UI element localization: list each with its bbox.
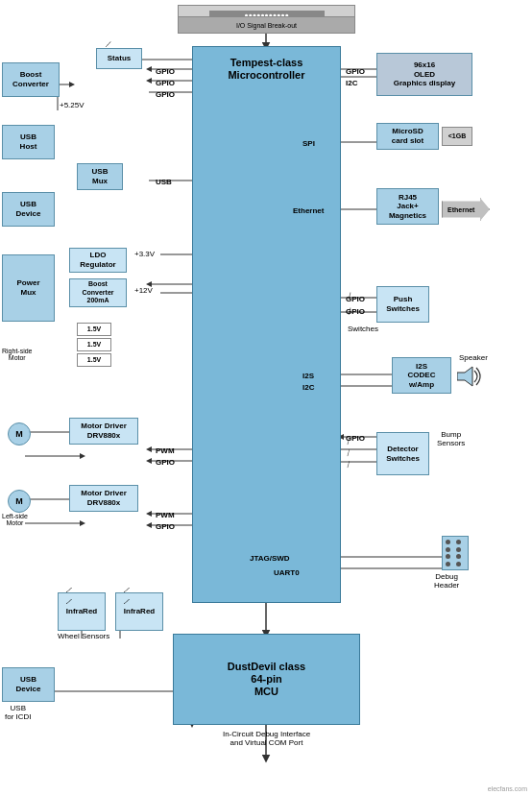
gpio2-label: GPIO [156, 79, 175, 87]
dustdevil-mcu-block: DustDevil class64-pinMCU [173, 634, 360, 725]
right-motor-label: Right-sideMotor [2, 348, 33, 361]
v525-label: +5.25V [60, 101, 85, 109]
gpio-m1-label: GPIO [156, 458, 175, 467]
wheel-sensors-label: Wheel Sensors [58, 632, 109, 640]
bump-sensors-label: BumpSensors [437, 430, 465, 447]
oled-block: 96x16OLEDGraphics display [376, 53, 472, 96]
rj45-block: RJ45Jack+Magnetics [376, 188, 439, 225]
debug-header-block [442, 536, 469, 570]
detector-switches-block: DetectorSwitches [376, 432, 429, 475]
v2-block: 1.5V [77, 338, 111, 351]
speaker-icon [457, 365, 484, 390]
microsd-block: MicroSDcard slot [376, 123, 439, 150]
infrared1-icon: ⟋⟋ [63, 584, 74, 607]
boost-200ma-block: BoostConverter200mA [69, 278, 127, 307]
boost-converter-top-block: BoostConverter [2, 62, 60, 97]
debug-header-label: DebugHeader [434, 572, 459, 590]
usb-mux-block: USBMux [77, 163, 123, 190]
ethernet-label: Ethernet [293, 206, 324, 215]
watermark: elecfans.com [488, 785, 527, 792]
usb-icdi-label: USBfor ICDI [5, 704, 32, 721]
switch2-icon: ⟋ [342, 303, 357, 319]
switch5-icon: ⟋ [342, 457, 355, 471]
gpio3-label: GPIO [156, 90, 175, 99]
infrared2-icon: ⟋⟋ [121, 584, 132, 607]
ldo-block: LDORegulator [69, 248, 127, 273]
gpio1-label: GPIO [156, 67, 175, 76]
gpio4-label: GPIO [346, 67, 365, 76]
block-diagram: ●●●●●●●●●●● I/O Signal Break-out Status … [0, 0, 532, 795]
v3-block: 1.5V [77, 353, 111, 367]
left-motor-label: Left-sideMotor [2, 513, 28, 526]
status-block: Status [96, 48, 142, 69]
pwm2-label: PWM [156, 511, 175, 519]
i2c-label: I2C [346, 79, 357, 87]
mcu-main-block: Tempest-classMicrocontroller [192, 46, 341, 603]
switches-label: Switches [348, 325, 378, 333]
io-breakout-label: I/O Signal Break-out [236, 22, 297, 29]
usb-device-top-block: USBDevice [2, 192, 55, 227]
i2s-codec-block: I2SCODECw/Amp [392, 357, 451, 394]
i2c2-label: I2C [302, 383, 314, 392]
uart-label: UART0 [274, 568, 300, 577]
v33-label: +3.3V [134, 250, 155, 258]
v1-block: 1.5V [77, 323, 111, 336]
debug-interface-label: In-Circuit Debug Interfaceand Virtual CO… [163, 730, 370, 747]
speaker-label: Speaker [459, 353, 488, 362]
usb-label: USB [156, 178, 172, 186]
spi-label: SPI [302, 139, 315, 148]
ethernet-arrow: Ethernet [442, 198, 490, 221]
motor-driver2-block: Motor DriverDRV880x [69, 485, 138, 512]
sd-1gb-block: <1GB [442, 127, 472, 146]
svg-marker-40 [457, 367, 472, 386]
gpio-m2-label: GPIO [156, 522, 175, 531]
power-mux-block: PowerMux [2, 254, 55, 322]
status-switch-icon: ⟋ [104, 38, 113, 49]
usb-device-bottom-block: USBDevice [2, 667, 55, 702]
push-switches-block: PushSwitches [376, 286, 429, 323]
motor2-symbol: M [8, 490, 31, 513]
motor-driver1-block: Motor DriverDRV880x [69, 418, 138, 445]
usb-host-block: USBHost [2, 125, 55, 159]
motor1-symbol: M [8, 422, 31, 446]
jtag-label: JTAG/SWD [250, 554, 290, 563]
pwm1-label: PWM [156, 446, 175, 455]
i2s-label: I2S [302, 372, 314, 380]
v12-label: +12V [134, 286, 153, 295]
